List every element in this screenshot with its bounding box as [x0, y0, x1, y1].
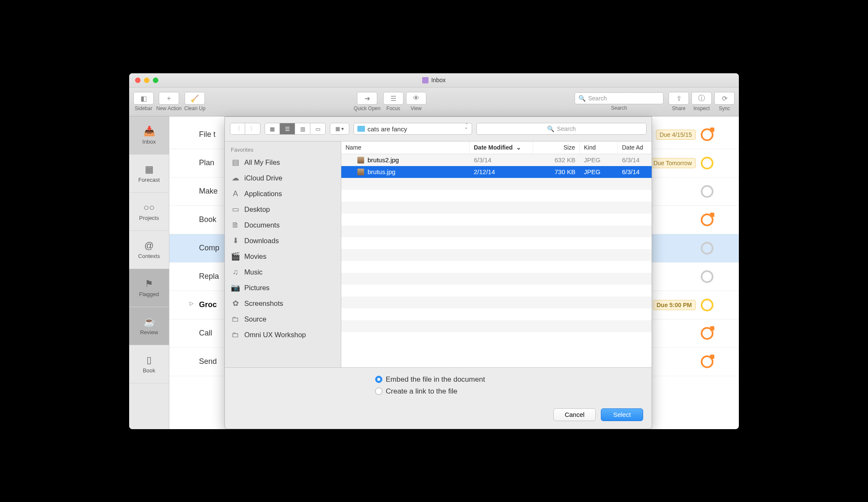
favorite-downloads[interactable]: ⬇Downloads [225, 233, 341, 249]
share-button[interactable]: ⇪ [669, 92, 689, 105]
favorite-all-my-files[interactable]: ▤All My Files [225, 155, 341, 170]
favorite-desktop[interactable]: ▭Desktop [225, 202, 341, 217]
file-date-modified: 2/12/14 [470, 168, 533, 175]
empty-row [341, 273, 652, 285]
empty-row [341, 261, 652, 273]
tab-label: Book [143, 367, 155, 374]
empty-row [341, 285, 652, 297]
favorite-label: Downloads [244, 237, 279, 245]
col-kind[interactable]: Kind [580, 141, 618, 154]
view-button[interactable]: 👁 [406, 92, 426, 105]
favorite-screenshots[interactable]: ✿Screenshots [225, 296, 341, 311]
quick-open-button[interactable]: ➜ [357, 92, 377, 105]
favorite-pictures[interactable]: 📷Pictures [225, 280, 341, 296]
attachment-options: Embed the file in the document Create a … [375, 375, 643, 396]
sidebar-tab-forecast[interactable]: ▦Forecast [129, 155, 169, 193]
nav-back-button[interactable]: 〈 [230, 123, 245, 135]
favorite-label: Applications [244, 190, 282, 198]
status-circle[interactable] [701, 157, 713, 169]
pictures-icon: 📷 [231, 283, 240, 292]
empty-row [341, 308, 652, 320]
embed-radio[interactable]: Embed the file in the document [375, 375, 485, 384]
sidebar-tab-projects[interactable]: ○○Projects [129, 193, 169, 231]
sync-button[interactable]: ⟳ [714, 92, 735, 105]
task-title: ▷Groc [199, 300, 217, 309]
favorite-omni-ux-workshop[interactable]: 🗀Omni UX Workshop [225, 327, 341, 343]
sidebar-tab-flagged[interactable]: ⚑Flagged [129, 269, 169, 307]
focus-button[interactable]: ☰ [383, 92, 404, 105]
select-button[interactable]: Select [601, 408, 643, 421]
favorite-music[interactable]: ♫Music [225, 264, 341, 280]
task-title: Repla [199, 272, 219, 281]
col-date-added[interactable]: Date Ad [618, 141, 652, 154]
folder-dropdown[interactable]: cats are fancy [354, 123, 472, 135]
file-row[interactable]: brutus.jpg 2/12/14 730 KB JPEG 6/3/14 [341, 166, 652, 178]
cancel-button[interactable]: Cancel [553, 408, 596, 421]
screenshots-icon: ✿ [231, 299, 240, 308]
status-circle[interactable] [701, 185, 713, 198]
status-circle[interactable] [701, 128, 713, 141]
empty-row [341, 249, 652, 261]
status-circle[interactable] [701, 299, 713, 311]
file-date-added: 6/3/14 [618, 168, 652, 175]
task-right: Due 5:00 PM [653, 299, 713, 311]
column-view-button[interactable]: ▥ [295, 123, 310, 135]
file-row[interactable]: brutus2.jpg 6/3/14 632 KB JPEG 6/3/14 [341, 154, 652, 166]
status-circle[interactable] [701, 270, 713, 283]
col-size[interactable]: Size [533, 141, 580, 154]
favorite-applications[interactable]: AApplications [225, 186, 341, 202]
favorite-documents[interactable]: 🗎Documents [225, 217, 341, 233]
status-circle[interactable] [701, 355, 713, 368]
sheet-search-field[interactable]: 🔍 Search [476, 123, 647, 135]
favorite-label: Movies [244, 252, 266, 261]
empty-row [341, 190, 652, 202]
file-thumbnail-icon [357, 169, 364, 175]
status-circle[interactable] [701, 214, 713, 226]
clean-up-button[interactable]: 🧹 [185, 92, 205, 105]
favorite-movies[interactable]: 🎬Movies [225, 249, 341, 264]
review-icon: ☕ [144, 316, 155, 327]
status-circle[interactable] [701, 327, 713, 340]
icon-view-button[interactable]: ▦ [265, 123, 280, 135]
search-label: Search [611, 105, 627, 111]
titlebar: Inbox [129, 73, 739, 88]
sidebar-tab-contexts[interactable]: @Contexts [129, 231, 169, 269]
toolbar-label: Quick Open [354, 105, 380, 111]
sidebar-tab-inbox[interactable]: 📥Inbox [129, 116, 169, 155]
toolbar-center-group: ➜Quick Open☰Focus👁View [354, 92, 426, 111]
toolbar-right-sync: ⟳Sync [714, 92, 735, 111]
task-right [701, 214, 713, 226]
favorite-label: Desktop [244, 205, 270, 214]
sidebar-tab-book[interactable]: ▯Book [129, 345, 169, 383]
documents-icon: 🗎 [231, 221, 240, 230]
file-list-pane: Name Date Modified ⌄ Size Kind Date Ad b… [341, 141, 652, 367]
task-right [701, 270, 713, 283]
nav-forward-button[interactable]: 〉 [245, 123, 260, 135]
group-by-button[interactable]: ▦ ▾ [330, 123, 349, 135]
new-action-button[interactable]: ＋ [159, 92, 179, 105]
disclosure-icon[interactable]: ▷ [190, 300, 194, 306]
inspect-button[interactable]: ⓘ [691, 92, 712, 105]
sidebar-button[interactable]: ◧ [133, 92, 154, 105]
toolbar-search-field[interactable]: 🔍 Search [575, 92, 663, 104]
window-title: Inbox [129, 77, 739, 83]
toolbar-label: Sidebar [135, 105, 152, 111]
coverflow-view-button[interactable]: ▭ [310, 123, 326, 135]
col-date-modified[interactable]: Date Modified ⌄ [470, 141, 533, 154]
task-title: Make [199, 187, 218, 196]
file-kind: JPEG [580, 168, 618, 175]
task-right: Due 4/15/15 [656, 128, 713, 141]
downloads-icon: ⬇ [231, 236, 240, 245]
list-view-button[interactable]: ☰ [280, 123, 295, 135]
favorite-source[interactable]: 🗀Source [225, 311, 341, 327]
link-radio[interactable]: Create a link to the file [375, 387, 457, 396]
task-title: Send [199, 357, 217, 366]
col-name[interactable]: Name [341, 141, 470, 154]
favorite-icloud-drive[interactable]: ☁iCloud Drive [225, 170, 341, 186]
tab-label: Flagged [139, 291, 159, 297]
embed-label: Embed the file in the document [386, 375, 485, 384]
column-headers: Name Date Modified ⌄ Size Kind Date Ad [341, 141, 652, 154]
sort-indicator-icon: ⌄ [516, 144, 521, 151]
sidebar-tab-review[interactable]: ☕Review [129, 307, 169, 345]
status-circle[interactable] [701, 242, 713, 255]
